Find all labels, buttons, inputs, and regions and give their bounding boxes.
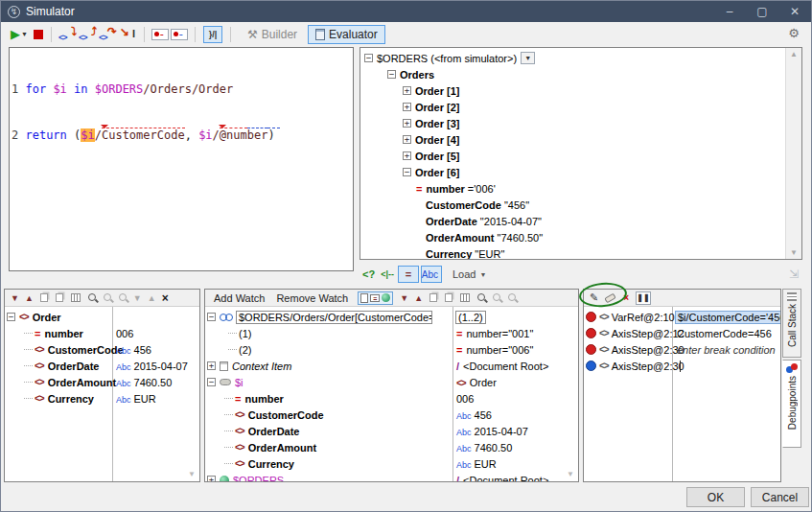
watch-row-2[interactable]: (2) =number="006" — [205, 341, 578, 358]
breakpoint-icon[interactable] — [586, 344, 596, 355]
tree-row-orderamount[interactable]: OrderAmount "7460.50" — [362, 229, 785, 245]
stop-icon[interactable] — [34, 30, 43, 39]
collapse-icon[interactable] — [207, 378, 216, 386]
show-attributes-toggle-icon[interactable]: = — [398, 266, 419, 283]
tree-row-order4[interactable]: Order [4] — [362, 131, 785, 148]
expand-icon[interactable] — [207, 476, 216, 482]
collapse-icon[interactable] — [207, 313, 216, 321]
columns-icon[interactable] — [71, 293, 81, 302]
ok-button[interactable]: OK — [686, 487, 745, 507]
next-icon[interactable]: ▼ — [400, 293, 408, 303]
debugpoint-row-3[interactable]: <> AxisStep@2:30 enter break condition — [584, 341, 780, 358]
xpath-window-toggle-icon[interactable]: }/| — [203, 26, 222, 43]
xml-declaration-icon[interactable]: <? — [362, 268, 375, 280]
watch-row-orders-var[interactable]: $ORDERS /<Document Root> — [205, 472, 578, 482]
search-icon[interactable] — [88, 293, 96, 301]
debugpoint-row-4[interactable]: <> AxisStep@2:30 — [584, 358, 780, 374]
minimize-button[interactable]: – — [713, 1, 746, 22]
watch-row-orderamount[interactable]: <> OrderAmount Abc7460.50 — [205, 439, 578, 455]
start-debugging-icon[interactable]: ▶ — [11, 27, 20, 41]
scroll-down-icon[interactable]: ▼ — [790, 248, 798, 257]
tracepoint-icon[interactable] — [586, 361, 596, 371]
show-text-toggle-icon[interactable]: Abc — [421, 266, 442, 283]
copy-subtree-icon[interactable] — [56, 293, 63, 302]
search-next-icon[interactable] — [508, 293, 516, 301]
tree-row-customercode[interactable]: <> CustomerCode Abc456 — [5, 341, 199, 358]
breakpoint-icon[interactable] — [586, 312, 596, 322]
evaluator-button[interactable]: Evaluator — [308, 25, 385, 44]
cancel-button[interactable]: Cancel — [751, 487, 809, 507]
insert-tracepoint-icon[interactable]: -- — [171, 29, 188, 40]
edit-condition-icon[interactable]: ✎ — [590, 291, 598, 304]
tree-row-order6[interactable]: Order [6] — [362, 164, 785, 180]
copy-subtree-icon[interactable] — [445, 293, 452, 302]
tab-debugpoints[interactable]: Debugpoints — [782, 360, 801, 448]
expand-icon[interactable] — [403, 151, 411, 160]
export-icon[interactable]: ⇲ — [789, 268, 799, 281]
watch-row-1[interactable]: (1) =number="001" — [205, 325, 578, 341]
remove-watch-button[interactable]: Remove Watch — [276, 292, 348, 304]
delete-debugpoint-icon[interactable]: × — [623, 292, 629, 303]
pause-toggle-icon[interactable]: ❚❚ — [636, 291, 651, 305]
tree-row-orderdate[interactable]: <> OrderDate Abc2015-04-07 — [5, 358, 199, 374]
vertical-scrollbar[interactable]: ▲ ▼ — [785, 48, 801, 259]
run-to-cursor-icon[interactable]: ↘I — [119, 27, 137, 42]
tree-row-currency[interactable]: <> Currency AbcEUR — [5, 390, 199, 407]
maximize-button[interactable]: ▢ — [746, 1, 778, 22]
tree-row-order2[interactable]: Order [2] — [362, 99, 785, 115]
debugpoint-row-2[interactable]: <> AxisStep@2:12 CustomerCode=456 — [584, 325, 780, 341]
expression-editor[interactable]: 1 for $i in $ORDERS/Orders/Order 2 retur… — [9, 47, 354, 271]
tree-row-orderamount[interactable]: <> OrderAmount Abc7460.50 — [5, 374, 199, 390]
search-next-icon[interactable] — [119, 293, 127, 301]
move-down-icon[interactable]: ▼ — [133, 293, 142, 303]
erase-condition-icon[interactable] — [604, 292, 616, 303]
tree-row-order5[interactable]: Order [5] — [362, 148, 785, 164]
watch-row-var-i[interactable]: $i <>Order — [205, 374, 578, 390]
tree-row-orderdate[interactable]: OrderDate "2015-04-07" — [362, 213, 785, 229]
step-out-icon[interactable]: <>⤴ — [79, 27, 97, 42]
collapse-icon[interactable] — [387, 70, 396, 79]
breakpoint-icon[interactable] — [586, 328, 596, 338]
back-to-source-icon[interactable]: <|-- — [381, 269, 394, 279]
insert-breakpoint-icon[interactable]: -- — [151, 29, 169, 40]
start-dropdown-icon[interactable]: ▼ — [21, 31, 28, 37]
evaluate-toggle-icon[interactable] — [382, 293, 390, 302]
copy-icon[interactable] — [429, 293, 437, 302]
tree-row-number[interactable]: = number 006 — [5, 325, 199, 341]
show-attributes-toggle-icon[interactable]: = — [370, 294, 380, 302]
clear-icon[interactable]: × — [162, 291, 169, 305]
expand-icon[interactable] — [403, 103, 411, 111]
show-source-toggle-icon[interactable] — [360, 293, 368, 303]
add-watch-button[interactable]: Add Watch — [214, 292, 265, 304]
search-prev-icon[interactable] — [104, 293, 111, 301]
break-condition-value[interactable]: $i/CustomerCode='456' — [675, 311, 780, 324]
scroll-up-icon[interactable]: ▲ — [790, 50, 798, 58]
watch-row-orderdate[interactable]: <> OrderDate Abc2015-04-07 — [205, 423, 578, 439]
load-button[interactable]: Load — [452, 268, 476, 280]
builder-button[interactable]: ⚒ Builder — [241, 25, 304, 44]
expand-icon[interactable] — [403, 86, 411, 95]
step-over-icon[interactable]: <>↷ — [99, 27, 117, 42]
tree-row-orders[interactable]: Orders — [362, 66, 785, 82]
tree-row-root[interactable]: $ORDERS (<from simulator>) ▼ — [362, 50, 785, 66]
scroll-down-icon[interactable]: ▼ — [188, 470, 196, 478]
break-condition-value[interactable]: CustomerCode=456 — [677, 328, 772, 339]
break-condition-placeholder[interactable]: enter break condition — [677, 344, 776, 356]
tree-row-order1[interactable]: Order [1] — [362, 82, 785, 99]
search-icon[interactable] — [477, 293, 485, 301]
watch-row-currency[interactable]: <> Currency AbcEUR — [205, 455, 578, 472]
debugpoint-row-1[interactable]: <> VarRef@2:10 $i/CustomerCode='456' — [584, 309, 780, 325]
columns-icon[interactable] — [460, 293, 470, 302]
watch-row-context-item[interactable]: Context Item /<Document Root> — [205, 358, 578, 374]
watch-row-customercode[interactable]: <> CustomerCode Abc456 — [205, 407, 578, 423]
load-dropdown-icon[interactable]: ▼ — [479, 271, 486, 278]
scroll-down-icon[interactable]: ▼ — [567, 470, 574, 478]
collapse-icon[interactable] — [7, 313, 15, 321]
collapse-icon[interactable] — [403, 168, 411, 176]
search-prev-icon[interactable] — [493, 293, 500, 301]
move-up-icon[interactable]: ▲ — [148, 293, 156, 303]
tree-row-order[interactable]: <> Order — [5, 309, 199, 325]
tree-row-order3[interactable]: Order [3] — [362, 115, 785, 131]
tree-row-customercode[interactable]: CustomerCode "456" — [362, 197, 785, 213]
expand-icon[interactable] — [403, 119, 411, 128]
